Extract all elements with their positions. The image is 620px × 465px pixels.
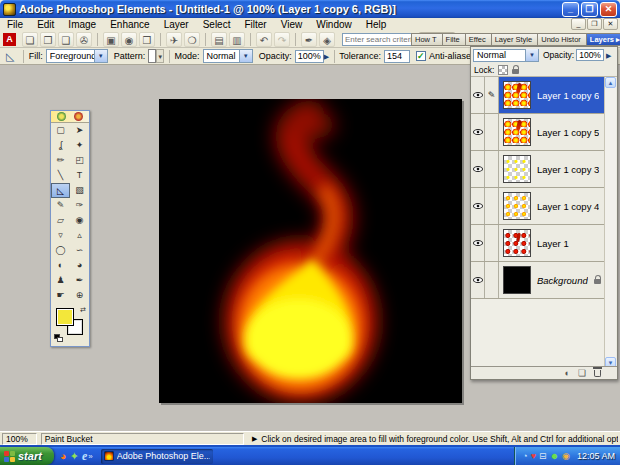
- layer-name[interactable]: Layer 1 copy 6: [537, 90, 599, 101]
- swap-colors-icon[interactable]: ⇄: [80, 306, 86, 314]
- tray-display-icon[interactable]: ⊟: [539, 447, 547, 465]
- palette-tab[interactable]: Layers▸: [586, 33, 620, 46]
- minimize-button[interactable]: _: [562, 2, 579, 17]
- step-backward-icon[interactable]: ↶: [256, 32, 272, 47]
- visibility-toggle[interactable]: [471, 225, 485, 261]
- move-tool[interactable]: ➤: [70, 123, 89, 138]
- menu-item[interactable]: Edit: [30, 18, 61, 31]
- visibility-toggle[interactable]: [471, 151, 485, 187]
- color-variations-icon[interactable]: ◈: [319, 32, 335, 47]
- layer-thumbnail[interactable]: [503, 192, 531, 220]
- opacity-value[interactable]: 100%: [295, 50, 324, 63]
- default-colors-icon[interactable]: [54, 334, 63, 342]
- scroll-up-icon[interactable]: ▲: [605, 77, 616, 88]
- toolbox-title-bar[interactable]: [51, 111, 89, 123]
- paint-bucket-tool[interactable]: ◺: [51, 183, 70, 198]
- image-canvas[interactable]: [159, 99, 462, 403]
- eyedropper-tool[interactable]: ✒: [70, 273, 89, 288]
- shape-tool[interactable]: ╲: [51, 168, 70, 183]
- title-bar[interactable]: Adobe Photoshop Elements - [Untitled-1 @…: [0, 0, 620, 18]
- doc-close-button[interactable]: ✕: [603, 18, 618, 30]
- link-column[interactable]: ✎: [485, 262, 499, 298]
- sponge-tool[interactable]: ◯: [51, 243, 70, 258]
- blend-mode-dropdown[interactable]: Normal ▼: [473, 49, 539, 62]
- step-forward-icon[interactable]: ↷: [274, 32, 290, 47]
- blur-tool[interactable]: ▿: [51, 228, 70, 243]
- layer-name[interactable]: Layer 1: [537, 238, 569, 249]
- layer-name[interactable]: Layer 1 copy 5: [537, 127, 599, 138]
- doc-minimize-button[interactable]: _: [571, 18, 586, 30]
- new-document-icon[interactable]: ❏: [22, 32, 38, 47]
- dropdown-arrow-icon[interactable]: ▼: [239, 50, 252, 62]
- sharpen-tool[interactable]: ▵: [70, 228, 89, 243]
- menu-item[interactable]: Help: [359, 18, 394, 31]
- fill-dropdown[interactable]: Foreground ▼: [46, 49, 108, 63]
- quick-launch-chevron-icon[interactable]: »: [88, 452, 92, 461]
- dodge-tool[interactable]: ◐: [51, 258, 70, 273]
- burn-tool[interactable]: ◕: [70, 258, 89, 273]
- layer-row[interactable]: ✎ Layer 1 copy 4: [471, 188, 605, 225]
- doc-restore-button[interactable]: ❐: [587, 18, 602, 30]
- mode-dropdown[interactable]: Normal ▼: [203, 49, 253, 63]
- tray-update-icon[interactable]: ◔: [522, 447, 527, 465]
- dropdown-arrow-icon[interactable]: ▼: [525, 49, 538, 61]
- browse-icon[interactable]: ❑: [58, 32, 74, 47]
- tray-alert-icon[interactable]: ♥: [531, 447, 536, 465]
- magic-wand-tool[interactable]: ✦: [70, 138, 89, 153]
- firefox-icon[interactable]: ◕: [60, 447, 67, 465]
- layer-row[interactable]: ✎ Layer 1 copy 6: [471, 77, 605, 114]
- pattern-swatch[interactable]: [148, 49, 156, 63]
- lock-transparency-icon[interactable]: [498, 65, 508, 75]
- smudge-tool[interactable]: ∽: [70, 243, 89, 258]
- save-for-web-icon[interactable]: ◉: [121, 32, 137, 47]
- visibility-toggle[interactable]: [471, 77, 485, 113]
- visibility-toggle[interactable]: [471, 262, 485, 298]
- delete-layer-icon[interactable]: [594, 370, 601, 377]
- link-column[interactable]: ✎: [485, 225, 499, 261]
- palette-tab[interactable]: Undo Histor: [537, 33, 586, 46]
- palette-tab[interactable]: Filte: [442, 33, 465, 46]
- opacity-slider-arrow-icon[interactable]: ▶: [324, 50, 329, 63]
- palette-tab[interactable]: Layer Style: [491, 33, 538, 46]
- menu-item[interactable]: Select: [196, 18, 238, 31]
- hand-tool[interactable]: ☛: [51, 288, 70, 303]
- gradient-tool[interactable]: ▧: [70, 183, 89, 198]
- close-button[interactable]: ✕: [600, 2, 617, 17]
- layer-row[interactable]: ✎ Layer 1: [471, 225, 605, 262]
- layer-thumbnail[interactable]: [503, 266, 531, 294]
- link-column[interactable]: ✎: [485, 77, 499, 113]
- tray-messenger-icon[interactable]: ☻: [550, 447, 559, 465]
- layer-row[interactable]: ✎ Layer 1 copy 5: [471, 114, 605, 151]
- checkbox-icon[interactable]: ✓: [416, 51, 426, 61]
- restore-button[interactable]: ❐: [581, 2, 598, 17]
- link-column[interactable]: ✎: [485, 151, 499, 187]
- palette-tab[interactable]: Effec: [465, 33, 491, 46]
- type-tool[interactable]: T: [70, 168, 89, 183]
- quick-fix-icon[interactable]: ✒: [301, 32, 317, 47]
- layer-thumbnail[interactable]: [503, 229, 531, 257]
- search-input[interactable]: [342, 33, 414, 46]
- layers-opacity-value[interactable]: 100%: [576, 49, 604, 61]
- open-icon[interactable]: ❐: [40, 32, 56, 47]
- print-icon[interactable]: ▤: [211, 32, 227, 47]
- layers-scrollbar[interactable]: ▲ ▼: [604, 77, 616, 368]
- import-icon[interactable]: ✇: [76, 32, 92, 47]
- layer-name[interactable]: Background: [537, 275, 588, 286]
- start-button[interactable]: start: [0, 447, 54, 465]
- menu-item[interactable]: Filter: [237, 18, 273, 31]
- layer-thumbnail[interactable]: [503, 81, 531, 109]
- layer-thumbnail[interactable]: [503, 155, 531, 183]
- layer-thumbnail[interactable]: [503, 118, 531, 146]
- lock-all-icon[interactable]: [512, 69, 519, 74]
- tolerance-input[interactable]: [384, 50, 410, 63]
- foreground-color-swatch[interactable]: [56, 308, 74, 326]
- pattern-dropdown-arrow-icon[interactable]: ▼: [156, 49, 164, 63]
- menu-item[interactable]: File: [0, 18, 30, 31]
- attach-email-icon[interactable]: ✈: [166, 32, 182, 47]
- palette-tab[interactable]: How T: [411, 33, 442, 46]
- menu-item[interactable]: Image: [61, 18, 103, 31]
- adobe-logo[interactable]: A: [3, 33, 16, 46]
- selection-brush-tool[interactable]: ✏: [51, 153, 70, 168]
- red-eye-brush-tool[interactable]: ◉: [70, 213, 89, 228]
- dropdown-arrow-icon[interactable]: ▼: [94, 50, 107, 62]
